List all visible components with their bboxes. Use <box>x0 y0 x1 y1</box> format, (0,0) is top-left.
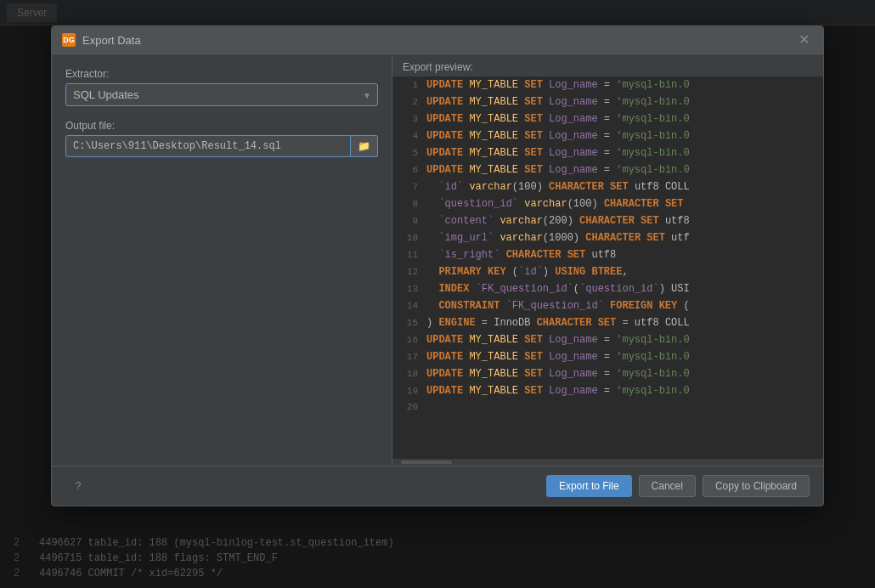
extractor-select[interactable]: SQL Updates CSV SQL Inserts JSON XML <box>65 83 378 106</box>
code-line: 3 UPDATE MY_TABLE SET Log_name = 'mysql-… <box>392 110 823 127</box>
code-line: 14 CONSTRAINT `FK_question_id` FOREIGN K… <box>392 297 823 314</box>
extractor-select-wrapper: SQL Updates CSV SQL Inserts JSON XML ▼ <box>65 83 378 106</box>
export-to-file-button[interactable]: Export to File <box>546 475 632 497</box>
preview-label: Export preview: <box>392 54 823 76</box>
code-line: 16 UPDATE MY_TABLE SET Log_name = 'mysql… <box>392 331 823 348</box>
browse-button[interactable]: 📁 <box>351 135 378 157</box>
modal-footer: ? Export to File Cancel Copy to Clipboar… <box>52 466 823 506</box>
output-file-input[interactable] <box>65 135 351 157</box>
code-line: 18 UPDATE MY_TABLE SET Log_name = 'mysql… <box>392 365 823 382</box>
modal-app-icon: DG <box>62 33 76 47</box>
code-line: 12 PRIMARY KEY (`id`) USING BTREE, <box>392 263 823 280</box>
help-button[interactable]: ? <box>65 477 91 495</box>
left-panel: Extractor: SQL Updates CSV SQL Inserts J… <box>52 54 392 466</box>
code-line: 20 <box>392 399 823 416</box>
code-line: 6 UPDATE MY_TABLE SET Log_name = 'mysql-… <box>392 161 823 178</box>
scrollbar-thumb[interactable] <box>401 461 452 464</box>
code-line: 11 `is_right` CHARACTER SET utf8 <box>392 246 823 263</box>
code-line: 8 `question_id` varchar(100) CHARACTER S… <box>392 195 823 212</box>
close-button[interactable]: ✕ <box>795 33 813 47</box>
copy-to-clipboard-button[interactable]: Copy to Clipboard <box>703 475 810 497</box>
code-line: 4 UPDATE MY_TABLE SET Log_name = 'mysql-… <box>392 127 823 144</box>
modal-body: Extractor: SQL Updates CSV SQL Inserts J… <box>52 54 823 466</box>
cancel-button[interactable]: Cancel <box>639 475 696 497</box>
code-line: 7 `id` varchar(100) CHARACTER SET utf8 C… <box>392 178 823 195</box>
code-line: 10 `img_url` varchar(1000) CHARACTER SET… <box>392 229 823 246</box>
code-preview-area[interactable]: 1 UPDATE MY_TABLE SET Log_name = 'mysql-… <box>392 76 823 459</box>
code-line: 17 UPDATE MY_TABLE SET Log_name = 'mysql… <box>392 348 823 365</box>
horizontal-scrollbar[interactable] <box>392 459 823 466</box>
modal-title: Export Data <box>82 34 795 47</box>
code-line: 15 ) ENGINE = InnoDB CHARACTER SET = utf… <box>392 314 823 331</box>
output-label: Output file: <box>65 120 378 132</box>
modal-titlebar: DG Export Data ✕ <box>52 26 823 54</box>
extractor-label: Extractor: <box>65 68 378 80</box>
code-line: 19 UPDATE MY_TABLE SET Log_name = 'mysql… <box>392 382 823 399</box>
code-line: 13 INDEX `FK_question_id`(`question_id`)… <box>392 280 823 297</box>
output-file-wrapper: 📁 <box>65 135 378 157</box>
code-line: 2 UPDATE MY_TABLE SET Log_name = 'mysql-… <box>392 93 823 110</box>
code-line: 5 UPDATE MY_TABLE SET Log_name = 'mysql-… <box>392 144 823 161</box>
code-line: 1 UPDATE MY_TABLE SET Log_name = 'mysql-… <box>392 76 823 93</box>
code-line: 9 `content` varchar(200) CHARACTER SET u… <box>392 212 823 229</box>
right-panel: Export preview: 1 UPDATE MY_TABLE SET Lo… <box>392 54 823 466</box>
export-data-modal: DG Export Data ✕ Extractor: SQL Updates … <box>51 25 824 506</box>
